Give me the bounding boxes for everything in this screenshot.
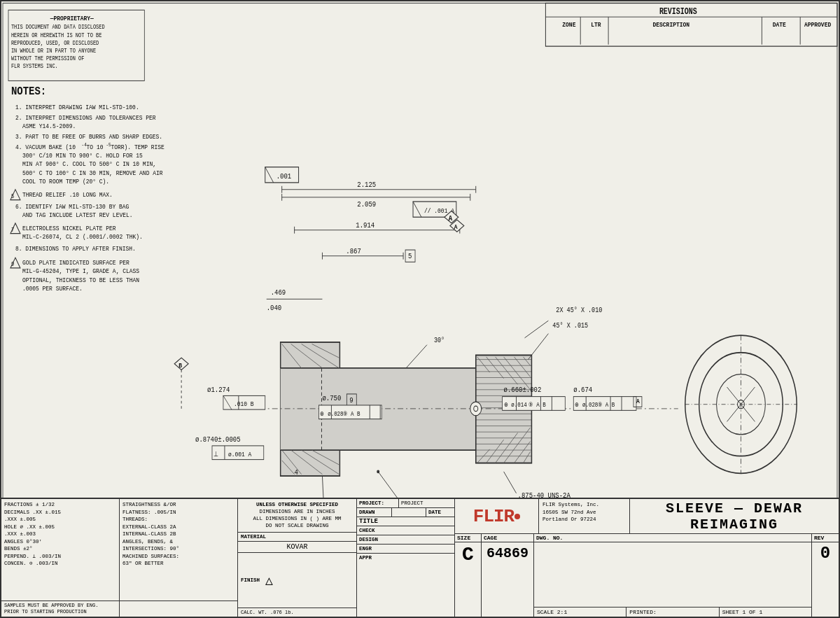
svg-text:OPTIONAL, THICKNESS TO BE LESS: OPTIONAL, THICKNESS TO BE LESS THAN bbox=[22, 276, 139, 284]
internal-tol: INTERNAL-CLASS 2B bbox=[122, 531, 234, 538]
svg-text:MIL-C-26074, CL 2 (.0001/.0002: MIL-C-26074, CL 2 (.0001/.0002 THK). bbox=[22, 233, 143, 241]
rev-box: REV 0 bbox=[812, 534, 839, 617]
svg-text:5: 5 bbox=[11, 192, 14, 199]
engr-label: ENGR bbox=[357, 545, 374, 553]
machined-val: 63" OR BETTER bbox=[122, 560, 234, 568]
svg-text:ø1.274: ø1.274 bbox=[207, 386, 230, 395]
flir-logo: FLIR bbox=[473, 506, 520, 527]
svg-text:⊥: ⊥ bbox=[214, 451, 218, 458]
drawing-title-line1: SLEEVE — DEWAR bbox=[666, 500, 803, 517]
unless-line2: DIMENSIONS ARE IN INCHES bbox=[241, 508, 353, 515]
address-box: FLIR Systems, Inc. 16505 SW 72nd Ave Por… bbox=[539, 499, 630, 533]
svg-text:30°: 30° bbox=[434, 336, 444, 344]
svg-text:4: 4 bbox=[295, 468, 298, 477]
svg-text:MIN AT 900° C. COOL TO 500° C : MIN AT 900° C. COOL TO 500° C IN 10 MIN, bbox=[22, 161, 156, 169]
hole-xx-tol: HOLE ∅ .XX ±.005 bbox=[4, 524, 116, 531]
straightness-tol: STRAIGHTNESS &/OR bbox=[122, 501, 234, 509]
dwg-no-val bbox=[534, 542, 811, 549]
svg-text:.001: .001 bbox=[276, 172, 292, 181]
decimals-xx-tol: DECIMALS .XX ±.015 bbox=[4, 509, 116, 517]
title-label: TITLE bbox=[357, 517, 454, 526]
cage-label: CAGE bbox=[482, 534, 533, 542]
rev-val: 0 bbox=[812, 542, 839, 564]
svg-text:6.  IDENTIFY IAW MIL-STD-130 B: 6. IDENTIFY IAW MIL-STD-130 BY BAG bbox=[15, 203, 129, 211]
svg-text:2.  INTERPRET DIMENSIONS AND T: 2. INTERPRET DIMENSIONS AND TOLERANCES P… bbox=[15, 114, 156, 122]
svg-text:⑨ A B: ⑨ A B bbox=[598, 402, 615, 409]
svg-text:ø.674: ø.674 bbox=[573, 386, 592, 395]
svg-text:REVISIONS: REVISIONS bbox=[659, 8, 697, 17]
svg-text:AND TAG INCLUDE LATEST REV LEV: AND TAG INCLUDE LATEST REV LEVEL. bbox=[22, 212, 133, 220]
svg-text:APPROVED: APPROVED bbox=[804, 21, 832, 29]
svg-text:7: 7 bbox=[11, 226, 14, 233]
tolerances-left: FRACTIONS ± 1/32 DECIMALS .XX ±.015 .XXX… bbox=[1, 499, 120, 617]
svg-text:⊕ ø.028: ⊕ ø.028 bbox=[575, 402, 598, 409]
angles-tol: ANGLES 0°30' bbox=[4, 538, 116, 546]
unless-line1: UNLESS OTHERWISE SPECIFIED bbox=[241, 501, 353, 508]
cage-val: 64869 bbox=[482, 542, 533, 564]
svg-text:.469: .469 bbox=[271, 288, 286, 297]
bends-tol: BENDS ±2° bbox=[4, 545, 116, 553]
unless-line3: ALL DIMENSIONS IN ( ) ARE MM bbox=[241, 515, 353, 522]
svg-text:300° C/10 MIN TO 900° C. HOLD : 300° C/10 MIN TO 900° C. HOLD FOR 15 bbox=[22, 152, 143, 160]
size-val: C bbox=[455, 542, 481, 567]
svg-text:2.059: 2.059 bbox=[357, 201, 376, 209]
svg-point-103 bbox=[474, 406, 478, 411]
scale-row: SCALE 2:1 PRINTED: SHEET 1 OF 1 bbox=[534, 607, 811, 617]
svg-text:MIL-G-45204, TYPE I, GRADE A, : MIL-G-45204, TYPE I, GRADE A, CLASS bbox=[22, 268, 139, 276]
machined-tol: MACHINED SURFACES: bbox=[122, 553, 234, 561]
external-tol: EXTERNAL-CLASS 2A bbox=[122, 524, 234, 531]
drawn-val bbox=[392, 508, 426, 517]
middle-section: UNLESS OTHERWISE SPECIFIED DIMENSIONS AR… bbox=[238, 499, 357, 617]
project-section: PROJECT: PROJECT DRAWN DATE TITLE CHECK … bbox=[357, 499, 455, 617]
svg-text:.010 B: .010 B bbox=[234, 400, 254, 408]
drawn-label: DRAWN bbox=[357, 508, 392, 517]
material-val: KOVAR bbox=[238, 542, 356, 553]
svg-text:B: B bbox=[178, 362, 182, 370]
unless-line4: DO NOT SCALE DRAWING bbox=[241, 522, 353, 529]
finish-symbol: △ bbox=[265, 573, 273, 588]
svg-text:2.125: 2.125 bbox=[357, 181, 376, 189]
flatness-tol: FLATNESS: .005/IN bbox=[122, 509, 234, 517]
svg-text:.0005 PER SURFACE.: .0005 PER SURFACE. bbox=[22, 285, 83, 293]
svg-text:8.  DIMENSIONS TO APPLY AFTER : 8. DIMENSIONS TO APPLY AFTER FINISH. bbox=[15, 246, 136, 253]
svg-text:9: 9 bbox=[11, 261, 14, 268]
svg-text:NOTES:: NOTES: bbox=[11, 85, 46, 99]
project-val: PROJECT bbox=[399, 499, 454, 507]
svg-text:1.  INTERPRET DRAWING IAW MIL-: 1. INTERPRET DRAWING IAW MIL-STD-100. bbox=[15, 104, 139, 111]
svg-text:ø.660±.002: ø.660±.002 bbox=[504, 386, 542, 395]
svg-text:ø.750: ø.750 bbox=[322, 394, 341, 402]
dwg-no-box: DWG. NO. SCALE 2:1 PRINTED: SHEET 1 OF 1 bbox=[534, 534, 812, 617]
drawing-page: —PROPRIETARY— THIS DOCUMENT AND DATA DIS… bbox=[0, 0, 840, 618]
size-label: SIZE bbox=[455, 534, 481, 542]
check-label: CHECK bbox=[357, 526, 377, 535]
cage-box: CAGE 64869 bbox=[482, 534, 534, 617]
project-label: PROJECT: bbox=[357, 499, 399, 507]
svg-text:DESCRIPTION: DESCRIPTION bbox=[653, 21, 690, 29]
svg-text:⊕ ø.014: ⊕ ø.014 bbox=[504, 402, 527, 409]
design-row: DESIGN bbox=[357, 535, 454, 545]
appr-label: APPR bbox=[357, 554, 374, 562]
svg-text:⑨ A B: ⑨ A B bbox=[343, 410, 360, 418]
svg-text:DATE: DATE bbox=[773, 21, 787, 29]
design-label: DESIGN bbox=[357, 535, 380, 544]
finish-row: FINISH △ bbox=[238, 553, 356, 608]
svg-text:9: 9 bbox=[349, 396, 353, 405]
svg-text:TO 10: TO 10 bbox=[87, 143, 104, 151]
appr-row: APPR bbox=[357, 554, 454, 562]
calc-wt: CALC. WT. .076 lb. bbox=[238, 608, 356, 617]
svg-text:FLR SYSTEMS INC.: FLR SYSTEMS INC. bbox=[11, 62, 58, 69]
company-section: FLIR FLIR Systems, Inc. 16505 SW 72nd Av… bbox=[455, 499, 839, 617]
bottom-row: SIZE C CAGE 64869 DWG. NO. SCALE 2:1 PRI… bbox=[455, 534, 839, 617]
svg-text:4.  VACUUM BAKE (10: 4. VACUUM BAKE (10 bbox=[15, 143, 76, 151]
material-label: MATERIAL bbox=[241, 534, 266, 540]
drawn-date-row: DRAWN DATE bbox=[357, 508, 454, 517]
svg-text:2X 45° X .010: 2X 45° X .010 bbox=[556, 306, 602, 314]
svg-text:5: 5 bbox=[408, 253, 412, 261]
rev-label: REV bbox=[812, 534, 839, 542]
drawing-title-box: SLEEVE — DEWAR REIMAGING bbox=[630, 499, 839, 533]
svg-text:TORR). TEMP RISE: TORR). TEMP RISE bbox=[111, 143, 164, 151]
size-box: SIZE C bbox=[455, 534, 482, 617]
svg-text:.040: .040 bbox=[267, 304, 282, 313]
svg-text:ø.8740±.0005: ø.8740±.0005 bbox=[195, 435, 241, 444]
printed-label: PRINTED: bbox=[626, 608, 719, 617]
